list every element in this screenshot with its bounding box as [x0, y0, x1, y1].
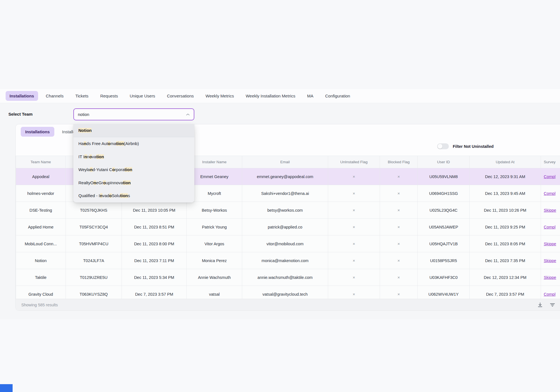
- team-dropdown-list: NotionHands Free Automation (Airbnb)IT I…: [73, 124, 194, 202]
- option-text: RealtyO: [78, 180, 94, 185]
- cell-team-id: T0129UZRE5U: [66, 269, 122, 286]
- cell-team-id: T05FSCY3CQ4: [66, 219, 122, 235]
- subtab-installations[interactable]: Installations: [21, 127, 54, 137]
- match-highlight: o: [103, 180, 106, 185]
- cell-user-id: U05AN5JAWEP: [418, 219, 470, 235]
- cell-survey: Skippe: [541, 269, 560, 286]
- cell-updated-at: Dec 12, 2023 9:31 AM: [470, 168, 541, 185]
- cell-blocked: ×: [380, 219, 418, 235]
- cell-survey: Compl: [541, 185, 560, 202]
- download-icon[interactable]: [537, 302, 543, 308]
- option-text: vad: [102, 193, 109, 198]
- cell-uninstalled: ×: [328, 252, 380, 269]
- option-text: Qualified - I: [78, 193, 100, 198]
- cell-installed-at: Dec 11, 2023 8:51 PM: [122, 219, 187, 235]
- cell-blocked: ×: [380, 252, 418, 269]
- match-highlight: o: [112, 167, 115, 172]
- tab-installations[interactable]: Installations: [6, 91, 38, 101]
- sub-tabs: InstallationsInstalled: [21, 127, 82, 137]
- survey-link[interactable]: Compl: [544, 174, 556, 179]
- cell-team: MobiLoud Conn...: [16, 235, 66, 252]
- cell-team: holmes-vendor: [16, 185, 66, 202]
- team-select-input[interactable]: [78, 112, 186, 117]
- cell-installer: Monica Perez: [187, 252, 242, 269]
- column-header-updated-at: Updated At: [470, 156, 541, 168]
- option-text: n: [87, 154, 89, 159]
- table-row[interactable]: Applied HomeT05FSCY3CQ4Dec 11, 2023 8:51…: [16, 219, 560, 235]
- option-text: va: [92, 154, 96, 159]
- dropdown-option[interactable]: Notion: [73, 124, 194, 137]
- option-text: (Airbnb): [124, 141, 139, 146]
- table-row[interactable]: MobiLoud Conn...T05HVMFP4CUDec 11, 2023 …: [16, 235, 560, 252]
- cell-survey: Skippe: [541, 202, 560, 219]
- column-header-email: Email: [242, 156, 328, 168]
- survey-link[interactable]: Compl: [544, 225, 556, 229]
- survey-link[interactable]: Skippe: [544, 258, 556, 263]
- survey-link[interactable]: Skippe: [544, 275, 556, 280]
- tab-tickets[interactable]: Tickets: [71, 91, 92, 101]
- tab-channels[interactable]: Channels: [42, 91, 67, 101]
- match-highlight: o: [109, 193, 112, 198]
- column-header-team-name: Team Name: [16, 156, 66, 168]
- option-text: Ha: [78, 141, 84, 146]
- cell-team-id: T05HVMFP4CU: [66, 235, 122, 252]
- match-highlight: n: [90, 167, 92, 172]
- chevron-up-icon: [186, 113, 190, 116]
- dropdown-option[interactable]: Weyland-Yutani Corporation: [73, 163, 194, 176]
- tab-ma[interactable]: MA: [303, 91, 318, 101]
- table-row[interactable]: NotionT024JLF7ADec 11, 2023 7:11 PMMonic…: [16, 252, 560, 269]
- cell-team: Applied Home: [16, 219, 66, 235]
- survey-link[interactable]: Skippe: [544, 208, 556, 213]
- tab-weekly-metrics[interactable]: Weekly Metrics: [202, 91, 238, 101]
- survey-link[interactable]: Compl: [544, 292, 556, 297]
- tab-weekly-installation-metrics[interactable]: Weekly Installation Metrics: [242, 91, 299, 101]
- cell-blocked: ×: [380, 235, 418, 252]
- dropdown-option[interactable]: RealtyOneGroupInnovation: [73, 176, 194, 189]
- table-row[interactable]: TaktileT0129UZRE5UDec 11, 2023 5:34 PMAn…: [16, 269, 560, 286]
- tab-configuration[interactable]: Configuration: [321, 91, 354, 101]
- cell-installer: Emmet Geaney: [187, 168, 242, 185]
- team-select-combobox[interactable]: [73, 108, 194, 120]
- cell-team: DSE-Testing: [16, 202, 66, 219]
- cell-email: betsy@workos.com: [242, 202, 328, 219]
- cell-user-id: U05HQAJTV1B: [418, 235, 470, 252]
- results-count: Showing 585 results: [21, 303, 58, 307]
- filter-icon[interactable]: [549, 302, 556, 308]
- match-highlight: tion: [96, 154, 104, 159]
- survey-link[interactable]: Skippe: [544, 242, 556, 246]
- tab-requests[interactable]: Requests: [96, 91, 122, 101]
- cell-updated-at: Dec 13, 2023 9:45 AM: [470, 185, 541, 202]
- column-header-installer-name: Installer Name: [187, 156, 242, 168]
- tab-unique-users[interactable]: Unique Users: [126, 91, 159, 101]
- cell-email: monica@makenotion.com: [242, 252, 328, 269]
- column-header-uninstalled-flag: UnInstalled Flag: [328, 156, 380, 168]
- select-team-label: Select Team: [8, 112, 32, 116]
- cell-email: emmet.geaney@appodeal.com: [242, 168, 328, 185]
- cell-installer: Vitor Argos: [187, 235, 242, 252]
- option-text: eGr: [96, 180, 103, 185]
- option-text: ma: [110, 141, 116, 146]
- cell-email: annie.wachsmuth@taktile.com: [242, 269, 328, 286]
- cell-uninstalled: ×: [328, 219, 380, 235]
- option-text: IT I: [78, 154, 84, 159]
- table-row[interactable]: DSE-TestingT02576QJKHSDec 11, 2023 10:05…: [16, 202, 560, 219]
- option-text: Weyla: [78, 167, 90, 172]
- survey-link[interactable]: Compl: [544, 191, 556, 196]
- dropdown-option[interactable]: Hands Free Automation (Airbnb): [73, 137, 194, 150]
- cell-user-id: U0694GH1SSG: [418, 185, 470, 202]
- cell-user-id: U025L23QG4C: [418, 202, 470, 219]
- filter-not-uninstalled-toggle[interactable]: [437, 143, 449, 149]
- dropdown-option[interactable]: IT Innovation: [73, 150, 194, 163]
- match-highlight: tion: [123, 180, 131, 185]
- table-footer: Showing 585 results: [16, 299, 560, 311]
- cell-email: vitor@mobiloud.com: [242, 235, 328, 252]
- dropdown-option[interactable]: Qualified - Invado Solutions: [73, 189, 194, 202]
- match-highlight: n: [94, 180, 96, 185]
- match-highlight: o: [108, 141, 110, 146]
- cell-survey: Skippe: [541, 235, 560, 252]
- match-highlight: n: [84, 141, 86, 146]
- match-highlight: tion: [120, 193, 128, 198]
- footer-icons: [537, 299, 560, 311]
- tab-conversations[interactable]: Conversations: [163, 91, 198, 101]
- option-text: d-Yutani C: [93, 167, 112, 172]
